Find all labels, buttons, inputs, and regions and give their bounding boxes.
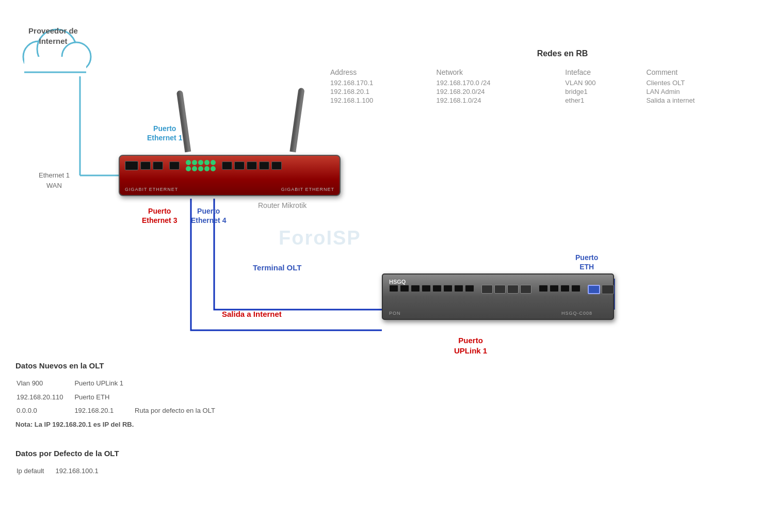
terminal-olt-label: Terminal OLT xyxy=(253,263,301,272)
comment-3: Salida a internet xyxy=(646,96,764,105)
table-row: Vlan 900 Puerto UPLink 1 xyxy=(17,377,225,390)
datos-defecto-table: Ip default 192.168.100.1 xyxy=(15,464,110,479)
olt-device: HSGQ PON xyxy=(382,273,614,320)
cell-empty2 xyxy=(135,391,225,404)
cell-ip-default-value: 192.168.100.1 xyxy=(56,465,109,478)
cell-ip-default-label: Ip default xyxy=(17,465,55,478)
puerto-eth3-l2: Ethernet 3 xyxy=(142,216,177,224)
puerto-eth-olt-label: Puerto ETH xyxy=(575,253,598,271)
puerto-eth1-l2: Ethernet 1 xyxy=(147,134,182,142)
ethernet1-wan-label: Ethernet 1 WAN xyxy=(39,170,70,190)
nota-ip: Nota: La IP 192.168.20.1 es IP del RB. xyxy=(15,421,377,428)
cell-vlan: Vlan 900 xyxy=(17,377,73,390)
puerto-eth4-l2: Ethernet 4 xyxy=(191,216,226,224)
router-label: Router Mikrotik xyxy=(258,201,307,209)
datos-nuevos-section: Datos Nuevos en la OLT Vlan 900 Puerto U… xyxy=(15,361,377,428)
puerto-ethernet1-label: Puerto Ethernet 1 xyxy=(147,124,182,142)
table-row: 192.168.170.1 192.168.170.0 /24 VLAN 900… xyxy=(330,78,764,87)
puerto-ethernet4-label: Puerto Ethernet 4 xyxy=(191,206,226,225)
antenna-left xyxy=(176,90,191,153)
network-1: 192.168.170.0 /24 xyxy=(437,78,566,87)
olt-brand: HSGQ xyxy=(389,279,406,285)
cell-ip: 192.168.20.110 xyxy=(17,391,73,404)
antenna-right xyxy=(289,88,304,152)
puerto-eth-olt-l1: Puerto xyxy=(575,253,598,262)
cell-gw-ip: 192.168.20.1 xyxy=(74,405,134,417)
puerto-eth4-l1: Puerto xyxy=(197,207,220,215)
puerto-uplink1-l1: Puerto xyxy=(458,336,483,345)
table-row: Ip default 192.168.100.1 xyxy=(17,465,109,478)
diagram-container: Proveedor de Internet Redes en RB Addres… xyxy=(0,0,774,532)
col-address-header: Address xyxy=(330,67,437,78)
datos-defecto-title: Datos por Defecto de la OLT xyxy=(15,449,377,458)
address-2: 192.168.20.1 xyxy=(330,87,437,96)
address-1: 192.168.170.1 xyxy=(330,78,437,87)
puerto-uplink1-l2: UPLink 1 xyxy=(454,346,487,355)
router-device: GIGABIT ETHERNET GIGABIT ETHERNET xyxy=(119,155,341,196)
cell-ruta: Ruta por defecto en la OLT xyxy=(135,405,225,417)
cell-empty xyxy=(135,377,225,390)
comment-2: LAN Admin xyxy=(646,87,764,96)
cloud-text-line1: Proveedor de xyxy=(28,26,78,35)
puerto-uplink1-label: Puerto UPLink 1 xyxy=(454,335,487,356)
svg-rect-5 xyxy=(24,57,86,76)
col-comment-header: Comment xyxy=(646,67,764,78)
puerto-eth3-l1: Puerto xyxy=(148,207,171,215)
col-interface-header: Inteface xyxy=(565,67,646,78)
redes-rb-table: Address Network Inteface Comment 192.168… xyxy=(330,67,764,105)
network-3: 192.168.1.0/24 xyxy=(437,96,566,105)
network-2: 192.168.20.0/24 xyxy=(437,87,566,96)
ethernet1-line1: Ethernet 1 xyxy=(39,171,70,179)
redes-rb-title: Redes en RB xyxy=(356,49,769,58)
salida-internet-label: Salida a Internet xyxy=(222,310,282,318)
table-row: 192.168.20.1 192.168.20.0/24 bridge1 LAN… xyxy=(330,87,764,96)
datos-nuevos-table: Vlan 900 Puerto UPLink 1 192.168.20.110 … xyxy=(15,376,227,418)
datos-defecto-section: Datos por Defecto de la OLT Ip default 1… xyxy=(15,449,377,479)
interface-2: bridge1 xyxy=(565,87,646,96)
puerto-eth1-l1: Puerto xyxy=(153,124,176,133)
table-row: 0.0.0.0 192.168.20.1 Ruta por defecto en… xyxy=(17,405,225,417)
comment-1: Clientes OLT xyxy=(646,78,764,87)
puerto-ethernet3-label: Puerto Ethernet 3 xyxy=(142,206,177,225)
interface-3: ether1 xyxy=(565,96,646,105)
address-3: 192.168.1.100 xyxy=(330,96,437,105)
interface-1: VLAN 900 xyxy=(565,78,646,87)
datos-nuevos-title: Datos Nuevos en la OLT xyxy=(15,361,377,370)
foroISP-watermark: ForoISP xyxy=(279,227,361,249)
cloud-text-line2: Internet xyxy=(39,37,67,45)
ethernet1-line2: WAN xyxy=(46,182,62,189)
cloud-label: Proveedor de Internet xyxy=(20,26,87,46)
col-network-header: Network xyxy=(437,67,566,78)
puerto-eth-olt-l2: ETH xyxy=(579,263,594,271)
cell-default-gw: 0.0.0.0 xyxy=(17,405,73,417)
table-row: 192.168.20.110 Puerto ETH xyxy=(17,391,225,404)
cell-eth: Puerto ETH xyxy=(74,391,134,404)
table-row: 192.168.1.100 192.168.1.0/24 ether1 Sali… xyxy=(330,96,764,105)
cell-uplink: Puerto UPLink 1 xyxy=(74,377,134,390)
